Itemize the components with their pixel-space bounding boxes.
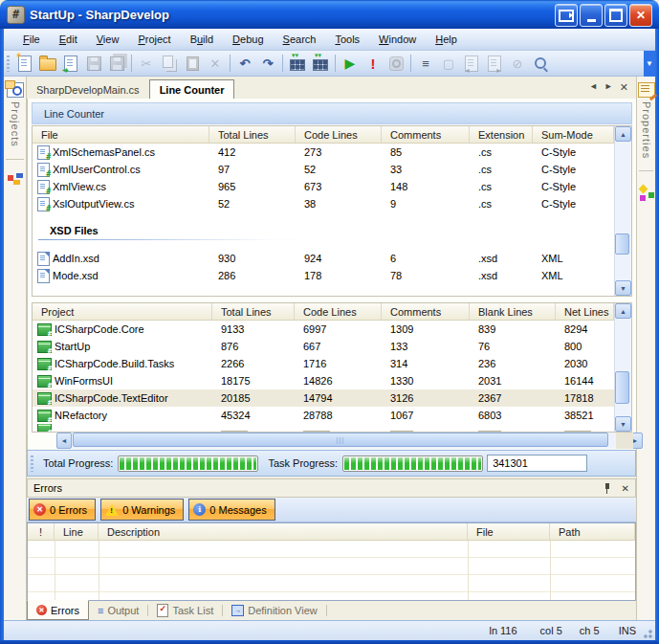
- warnings-filter-button[interactable]: ! 0 Warnings: [100, 499, 184, 521]
- scroll-down-icon[interactable]: ▼: [615, 416, 631, 432]
- errors-panel-titlebar[interactable]: Errors ✕: [27, 478, 636, 498]
- tab-definition-view[interactable]: → Definition View: [223, 601, 326, 620]
- close-button[interactable]: ✕: [629, 4, 652, 27]
- rebuild-button[interactable]: [309, 53, 332, 74]
- tab-line-counter[interactable]: Line Counter: [149, 79, 235, 100]
- table-row[interactable]: ICSharpCode.Build.Tasks 2266 1716 314 23…: [33, 355, 614, 372]
- table-row[interactable]: StartUp 876 667 133 76 800: [33, 338, 614, 355]
- properties-icon[interactable]: [638, 82, 655, 98]
- reload-file-button[interactable]: [59, 53, 82, 74]
- column-header-description[interactable]: Description: [99, 523, 468, 540]
- table-row[interactable]: XmlSchemasPanel.cs 412 273 85 .cs C-Styl…: [33, 144, 614, 161]
- menu-debug[interactable]: Debug: [223, 31, 273, 48]
- errors-filter-button[interactable]: ✕ 0 Errors: [29, 499, 96, 521]
- search-button[interactable]: [529, 53, 552, 74]
- menu-search[interactable]: Search: [274, 31, 326, 48]
- title-bar[interactable]: # StartUp - SharpDevelop ✕: [0, 0, 659, 29]
- column-header-extension[interactable]: Extension: [470, 126, 533, 143]
- menu-build[interactable]: Build: [181, 31, 223, 48]
- column-header-severity[interactable]: !: [28, 523, 55, 540]
- open-file-button[interactable]: [36, 53, 59, 74]
- menu-help[interactable]: Help: [426, 31, 467, 48]
- copy-button[interactable]: [158, 53, 181, 74]
- column-header-net-lines[interactable]: Net Lines: [556, 303, 614, 320]
- table-row[interactable]: XmlUserControl.cs 97 52 33 .cs C-Style: [33, 161, 614, 178]
- messages-filter-button[interactable]: i 0 Messages: [188, 499, 275, 521]
- scrollbar-thumb[interactable]: |||: [73, 433, 608, 447]
- toolbar-grip[interactable]: [7, 56, 10, 72]
- scroll-up-icon[interactable]: ▲: [615, 126, 631, 142]
- toolbar-overflow-button[interactable]: ▼: [644, 51, 655, 77]
- scrollbar-thumb[interactable]: [615, 233, 629, 255]
- column-header-sum-mode[interactable]: Sum-Mode: [533, 126, 614, 143]
- menu-edit[interactable]: Edit: [50, 31, 87, 48]
- menu-tools[interactable]: Tools: [325, 31, 369, 48]
- save-all-button[interactable]: [105, 53, 128, 74]
- menu-file[interactable]: File: [13, 31, 50, 48]
- clear-bookmarks-button[interactable]: ⊘: [506, 53, 529, 74]
- table-row[interactable]: ICSharpCode.Core 9133 6997 1309 839 8294: [33, 321, 614, 338]
- files-table-scrollbar[interactable]: ▲ ▼: [614, 126, 631, 296]
- scroll-down-icon[interactable]: ▼: [615, 280, 631, 296]
- projects-table-scrollbar[interactable]: ▲ ▼: [614, 303, 631, 432]
- rollup-button[interactable]: [555, 4, 578, 27]
- prev-bookmark-button[interactable]: [460, 53, 483, 74]
- menu-project[interactable]: Project: [128, 31, 180, 48]
- undo-button[interactable]: ↶: [233, 53, 256, 74]
- scroll-left-icon[interactable]: ◄: [56, 433, 72, 449]
- resize-grip[interactable]: [640, 626, 653, 639]
- paste-button[interactable]: [181, 53, 204, 74]
- maximize-button[interactable]: [604, 4, 627, 27]
- new-file-button[interactable]: [13, 53, 36, 74]
- tab-next-icon[interactable]: ►: [604, 81, 613, 94]
- table-row[interactable]: NRefactory 45324 28788 1067 6803 38521: [33, 407, 614, 424]
- bookmark-list-button[interactable]: ≡: [414, 53, 437, 74]
- redo-button[interactable]: ↷: [256, 53, 279, 74]
- abort-button[interactable]: !: [362, 53, 384, 74]
- profile-button[interactable]: [384, 53, 407, 74]
- tab-prev-icon[interactable]: ◄: [589, 81, 598, 94]
- table-row[interactable]: XslOutputView.cs 52 38 9 .cs C-Style: [33, 195, 614, 212]
- toolbox-tab-icon[interactable]: [639, 185, 654, 198]
- run-button[interactable]: ▶: [339, 53, 362, 74]
- comment-region-button[interactable]: ▢: [437, 53, 460, 74]
- horizontal-scrollbar[interactable]: ◄ ||| ►: [56, 433, 643, 449]
- tab-output[interactable]: ≡ Output: [89, 601, 147, 620]
- column-header-blank-lines[interactable]: Blank Lines: [470, 303, 556, 320]
- column-header-line[interactable]: Line: [55, 523, 99, 540]
- menu-view[interactable]: View: [87, 31, 129, 48]
- progress-strip-grip[interactable]: [31, 455, 33, 472]
- column-header-total-lines[interactable]: Total Lines: [209, 126, 296, 143]
- projects-icon[interactable]: [7, 82, 24, 98]
- delete-button[interactable]: ✕: [204, 53, 227, 74]
- menu-window[interactable]: Window: [369, 31, 426, 48]
- tab-close-icon[interactable]: ✕: [620, 81, 628, 94]
- build-button[interactable]: [286, 53, 309, 74]
- tab-errors[interactable]: ✕ Errors: [27, 600, 89, 620]
- table-row[interactable]: XmlView.cs 965 673 148 .cs C-Style: [33, 178, 614, 195]
- table-row-selected[interactable]: ICSharpCode.TextEditor 20185 14794 3126 …: [33, 389, 614, 407]
- properties-tab-label[interactable]: Properties: [641, 101, 652, 159]
- scrollbar-thumb[interactable]: [615, 371, 629, 404]
- app-icon[interactable]: #: [7, 6, 25, 24]
- minimize-button[interactable]: [580, 4, 603, 27]
- errors-panel-close-icon[interactable]: ✕: [622, 483, 629, 494]
- save-button[interactable]: [82, 53, 105, 74]
- projects-tab-label[interactable]: Projects: [10, 101, 21, 147]
- cut-button[interactable]: ✂: [135, 53, 158, 74]
- column-header-file[interactable]: File: [33, 126, 209, 143]
- tab-task-list[interactable]: Task List: [148, 601, 222, 620]
- pin-icon[interactable]: [603, 482, 612, 494]
- table-row[interactable]: Mode.xsd 286 178 78 .xsd XML: [33, 267, 614, 284]
- column-header-comments[interactable]: Comments: [382, 303, 470, 320]
- column-header-project[interactable]: Project: [33, 303, 212, 320]
- table-row-clipped[interactable]: [33, 424, 614, 432]
- column-header-comments[interactable]: Comments: [382, 126, 470, 143]
- column-header-file[interactable]: File: [468, 523, 550, 540]
- column-header-code-lines[interactable]: Code Lines: [296, 126, 382, 143]
- classes-tab-icon[interactable]: [8, 173, 23, 187]
- tab-sharpdevelopmain[interactable]: SharpDevelopMain.cs: [27, 80, 149, 99]
- column-header-path[interactable]: Path: [550, 523, 635, 540]
- column-header-code-lines[interactable]: Code Lines: [295, 303, 382, 320]
- scroll-up-icon[interactable]: ▲: [615, 303, 631, 319]
